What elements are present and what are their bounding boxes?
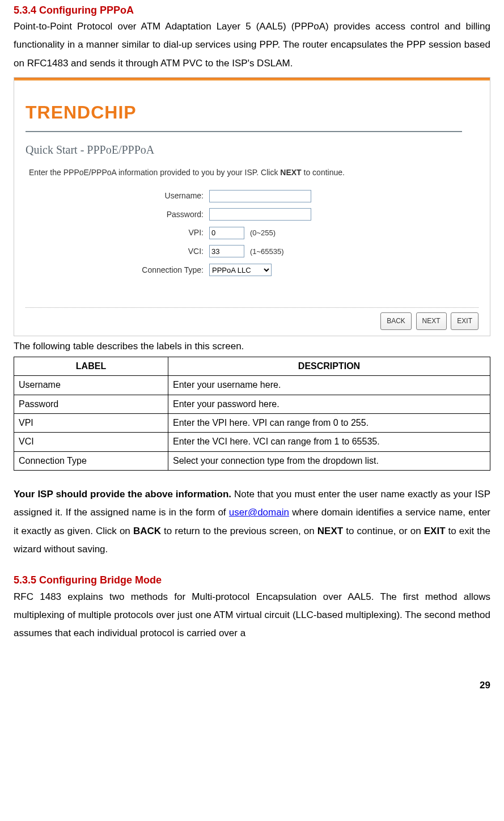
section-para: RFC 1483 explains two methods for Multi-… (14, 588, 490, 643)
table-cell-desc: Enter your username here. (168, 376, 490, 395)
description-table: LABEL DESCRIPTION Username Enter your us… (14, 357, 490, 471)
note-bold-lead: Your ISP should provide the above inform… (14, 489, 231, 500)
panel-instructions: Enter the PPPoE/PPPoA information provid… (14, 167, 490, 187)
instr-text-b: to continue. (302, 168, 345, 177)
table-cell-desc: Enter the VPI here. VPI can range from 0… (168, 413, 490, 432)
vpi-hint: (0~255) (247, 228, 276, 237)
screenshot-panel: TRENDCHIP Quick Start - PPPoE/PPPoA Ente… (14, 77, 490, 336)
table-cell-label: VCI (14, 433, 168, 451)
vci-input[interactable] (209, 245, 244, 257)
table-row: VPI Enter the VPI here. VPI can range fr… (14, 413, 490, 432)
button-row-wrap: BACK NEXT EXIT (14, 279, 490, 330)
next-button[interactable]: NEXT (416, 312, 447, 330)
table-intro: The following table describes the labels… (14, 340, 490, 353)
vpi-input[interactable] (209, 227, 244, 239)
page-number: 29 (14, 676, 490, 695)
section-heading: 5.3.5 Configuring Bridge Mode (14, 573, 490, 587)
table-cell-label: Username (14, 376, 168, 395)
table-header-desc: DESCRIPTION (168, 357, 490, 375)
instr-text-bold: NEXT (280, 168, 301, 177)
note-t4: to continue, or on (343, 526, 424, 536)
password-label: Password: (133, 205, 207, 224)
note-b1: BACK (133, 526, 161, 536)
example-link[interactable]: user@domain (229, 507, 289, 518)
table-cell-label: VPI (14, 413, 168, 432)
table-row: Username Enter your username here. (14, 376, 490, 395)
table-row: Password Enter your password here. (14, 395, 490, 413)
table-header-label: LABEL (14, 357, 168, 375)
vci-label: VCI: (133, 242, 207, 261)
password-input[interactable] (209, 208, 311, 221)
username-input[interactable] (209, 190, 311, 202)
table-cell-desc: Select your connection type from the dro… (168, 451, 490, 470)
vpi-label: VPI: (133, 223, 207, 242)
connection-type-select[interactable]: PPPoA LLC (209, 264, 272, 276)
table-cell-desc: Enter the VCI here. VCI can range from 1… (168, 433, 490, 451)
logo-wrap: TRENDCHIP (14, 81, 490, 134)
button-row: BACK NEXT EXIT (26, 307, 478, 330)
conn-type-label: Connection Type: (133, 261, 207, 280)
table-cell-desc: Enter your password here. (168, 395, 490, 413)
instr-text-a: Enter the PPPoE/PPPoA information provid… (29, 168, 280, 177)
table-cell-label: Password (14, 395, 168, 413)
back-button[interactable]: BACK (380, 312, 412, 330)
note-t3: to return to the previous screen, on (161, 526, 317, 536)
username-label: Username: (133, 187, 207, 205)
table-row: Connection Type Select your connection t… (14, 451, 490, 470)
section-heading: 5.3.4 Configuring PPPoA (14, 3, 490, 18)
note-b2: NEXT (317, 526, 343, 536)
section-para: Point-to-Point Protocol over ATM Adaptat… (14, 18, 490, 73)
note-b3: EXIT (424, 526, 446, 536)
note-paragraph: Your ISP should provide the above inform… (14, 485, 490, 558)
table-cell-label: Connection Type (14, 451, 168, 470)
panel-subtitle: Quick Start - PPPoE/PPPoA (14, 134, 490, 167)
form-table: Username: Password: VPI: (0~255) VCI: (1… (133, 187, 314, 279)
exit-button[interactable]: EXIT (451, 312, 478, 330)
vci-hint: (1~65535) (247, 247, 284, 256)
table-row: VCI Enter the VCI here. VCI can range fr… (14, 433, 490, 451)
brand-logo: TRENDCHIP (26, 95, 462, 132)
